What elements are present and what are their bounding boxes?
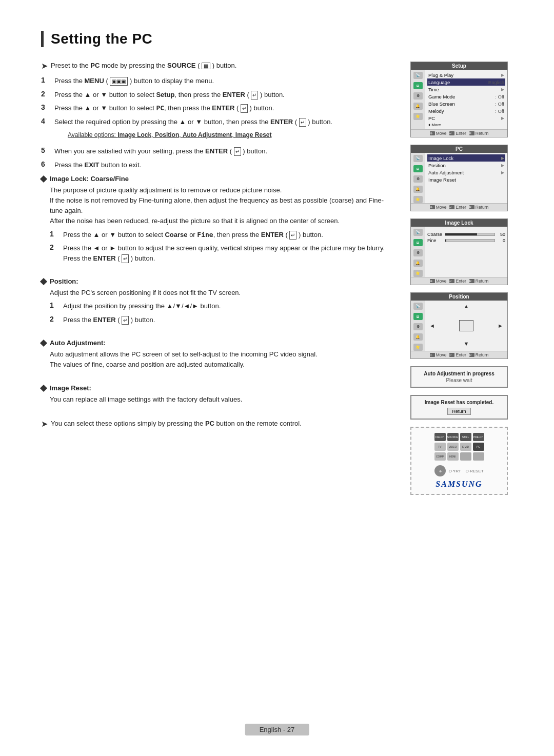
position-step-2: 2 Press the ENTER ( ↵ ) button.	[50, 315, 395, 325]
step-num-4: 4	[41, 117, 49, 125]
image-lock-step-text-1: Press the ▲ or ▼ button to select Coarse…	[63, 230, 323, 240]
fine-row: Fine 0	[427, 238, 505, 243]
pos-right-arrow: ►	[498, 323, 503, 329]
tip-arrow-icon: ➤	[41, 61, 48, 71]
remote-btn-source: SOURCE	[447, 433, 459, 441]
tv-pc-menu-position: Position▶	[427, 162, 505, 169]
position-step-text-2: Press the ENTER ( ↵ ) button.	[63, 315, 155, 325]
tv-il-icon-2: 🖥	[413, 239, 423, 246]
footer-text: English - 27	[260, 726, 295, 733]
image-reset-body: You can replace all image settings with …	[50, 394, 395, 405]
image-reset-header: Image Reset:	[41, 384, 395, 392]
tv-pos-icon-3: ⚙	[413, 323, 423, 330]
position-step-num-1: 1	[50, 301, 58, 309]
tv-pos-icon-1: 📡	[413, 303, 423, 310]
tv-pos-icon-4: 🔔	[413, 333, 423, 341]
remote-btn-pc: PC	[473, 443, 484, 451]
step-text-4: Select the required option by pressing t…	[54, 117, 332, 127]
tv-pc-icon-4: 🔔	[413, 186, 423, 193]
auto-adjustment-box-title: Auto Adjustment in progress	[417, 371, 502, 376]
tv-icon-1: 📡	[413, 72, 423, 79]
return-icon-2: R	[469, 205, 474, 209]
diamond-icon-3	[40, 340, 47, 347]
bottom-tip-text: You can select these options simply by p…	[51, 420, 302, 427]
diamond-icon-1	[40, 175, 47, 182]
tv-imagelock-header: Image Lock	[411, 219, 507, 227]
tv-menu-time: Time▶	[427, 86, 505, 93]
return-button[interactable]: Return	[447, 408, 470, 415]
pos-up-arrow: ▲	[464, 303, 469, 309]
step-text-5: When you are satisfied with your setting…	[54, 146, 267, 156]
step-3: 3 Press the ▲ or ▼ button to select PC, …	[41, 103, 395, 113]
return-icon: R	[469, 131, 474, 135]
auto-adjustment-body2: The values of fine, coarse and position …	[50, 361, 245, 368]
tv-setup-menu: Plug & Play▶ Language: English Time▶ Gam…	[425, 70, 507, 129]
sidebar: Setup 📡 🖥 ⚙ 🔔 ⭐ Plug & Play▶	[410, 62, 513, 495]
step-text-2: Press the ▲ or ▼ button to select Setup,…	[54, 90, 285, 100]
image-lock-body: The purpose of picture quality adjustmen…	[50, 185, 395, 227]
step-num-2: 2	[41, 90, 49, 98]
page-footer: English - 27	[245, 724, 309, 735]
image-lock-title: Image Lock: Coarse/Fine	[50, 175, 129, 183]
step-num-5: 5	[41, 146, 49, 154]
tv-imagelock-footer: ⊕ Move ↵ Enter R Return	[411, 277, 507, 285]
step-5: 5 When you are satisfied with your setti…	[41, 146, 395, 156]
tv-il-icon-1: 📡	[413, 229, 423, 236]
diamond-icon-2	[40, 277, 47, 285]
auto-adjustment-box: Auto Adjustment in progress Please wait	[410, 366, 508, 388]
intro-text: Preset to the PC mode by pressing the SO…	[51, 62, 236, 69]
step-2: 2 Press the ▲ or ▼ button to select Setu…	[41, 90, 395, 100]
remote-btn-favch: FAV.CH	[434, 433, 446, 441]
position-step-1: 1 Adjust the position by pressing the ▲/…	[50, 301, 395, 311]
tv-position-footer: ◇ Move ↵ Enter R Return	[411, 351, 507, 359]
tv-menu-melody: Melody: Off	[427, 107, 505, 114]
image-lock-section: Image Lock: Coarse/Fine The purpose of p…	[41, 175, 395, 263]
move-icon-2: ⊕	[430, 205, 435, 209]
position-body-text: Adjust the PC's screen positioning if it…	[50, 289, 241, 296]
step-6: 6 Press the EXIT button to exit.	[41, 160, 395, 170]
image-reset-section: Image Reset: You can replace all image s…	[41, 384, 395, 405]
remote-control-image: FAV.CH SOURCE STILL PRE-CH TV VIDEO S-VI…	[410, 427, 508, 495]
tv-il-icon-3: ⚙	[413, 249, 423, 256]
tv-pc-screen: PC 📡 🖥 ⚙ 🔔 ⭐ Image Lock▶ Pos	[410, 145, 508, 211]
tv-position-area: ▲ ▼ ◄ ►	[425, 301, 507, 351]
position-steps: 1 Adjust the position by pressing the ▲/…	[50, 301, 395, 325]
image-lock-step-2: 2 Press the ◄ or ► button to adjust the …	[50, 243, 395, 263]
diamond-icon-4	[40, 385, 47, 392]
auto-adjustment-title: Auto Adjustment:	[50, 339, 106, 347]
tv-icon-3: ⚙	[413, 92, 423, 100]
tv-menu-plug: Plug & Play▶	[427, 71, 505, 78]
coarse-row: Coarse 50	[427, 232, 505, 237]
tv-icon-5: ⭐	[413, 113, 423, 120]
step-4: 4 Select the required option by pressing…	[41, 117, 395, 127]
image-lock-step-num-2: 2	[50, 243, 58, 251]
tv-pos-icon-5: ⭐	[413, 344, 423, 351]
tv-menu-more: ♦ More	[427, 122, 505, 128]
position-step-num-2: 2	[50, 315, 58, 323]
tv-il-icon-4: 🔔	[413, 260, 423, 267]
enter-icon-2: ↵	[449, 205, 454, 209]
tv-menu-pc: PC▶	[427, 114, 505, 122]
image-lock-header: Image Lock: Coarse/Fine	[41, 175, 395, 183]
step-num-1: 1	[41, 76, 49, 84]
tv-pc-footer: ⊕ Move ↵ Enter R Return	[411, 203, 507, 211]
image-lock-body1: The purpose of picture quality adjustmen…	[50, 186, 282, 194]
position-header: Position:	[41, 277, 395, 285]
tv-pc-icon-1: 📡	[413, 155, 423, 162]
tv-setup-icons: 📡 🖥 ⚙ 🔔 ⭐	[411, 70, 425, 129]
available-options: Available options: Image Lock, Position,…	[54, 130, 395, 143]
pos-down-arrow: ▼	[464, 341, 469, 347]
return-icon-3: R	[469, 279, 474, 283]
tv-pc-icon-3: ⚙	[413, 175, 423, 183]
tv-pc-menu-imagereset: Image Reset	[427, 176, 505, 183]
tv-position-icons: 📡 🖥 ⚙ 🔔 ⭐	[411, 301, 425, 351]
tv-pc-icon-5: ⭐	[413, 196, 423, 203]
fine-bar	[445, 239, 495, 242]
tv-imagelock-screen: Image Lock 📡 🖥 ⚙ 🔔 ⭐ Coarse	[410, 218, 508, 285]
remote-btn-extra2	[473, 452, 484, 461]
tv-pc-menu-imagelock: Image Lock▶	[427, 154, 505, 162]
coarse-bar	[445, 233, 495, 236]
tv-imagelock-menu: Coarse 50 Fine 0	[425, 227, 507, 277]
image-reset-box-title: Image Reset has completed.	[417, 400, 502, 405]
remote-btn-still: STILL	[460, 433, 471, 441]
